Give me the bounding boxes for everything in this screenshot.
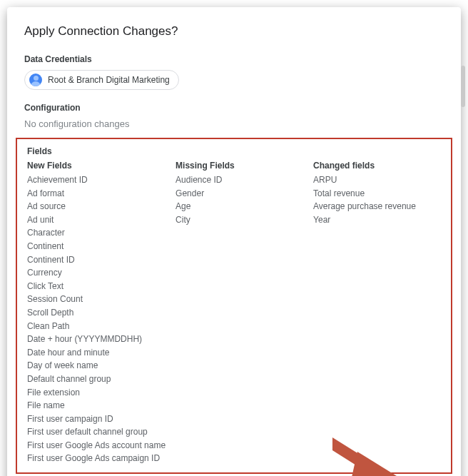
field-item: First user Google Ads account name xyxy=(27,439,166,452)
fields-highlight-box: Fields New Fields Achievement IDAd forma… xyxy=(16,138,452,474)
missing-fields-title: Missing Fields xyxy=(176,161,303,171)
field-item: City xyxy=(176,213,303,227)
configuration-label: Configuration xyxy=(24,103,444,113)
field-item: Character xyxy=(27,226,166,240)
field-item: Clean Path xyxy=(27,320,166,333)
credentials-label: Data Credentials xyxy=(24,54,444,64)
field-item: Date + hour (YYYYMMDDHH) xyxy=(27,333,166,346)
field-item: Date hour and minute xyxy=(27,346,166,360)
field-item: Continent ID xyxy=(27,253,166,267)
field-item: File name xyxy=(27,399,166,412)
field-item: Click Text xyxy=(27,280,166,293)
field-item: Audience ID xyxy=(176,173,303,187)
new-fields-title: New Fields xyxy=(27,161,166,171)
field-item: Gender xyxy=(176,187,303,201)
dialog-title: Apply Connection Changes? xyxy=(24,24,444,39)
changed-fields-title: Changed fields xyxy=(313,161,441,171)
field-item: ARPU xyxy=(313,173,441,187)
field-item: File extension xyxy=(27,386,166,400)
field-item: Age xyxy=(176,200,303,213)
field-item: Scroll Depth xyxy=(27,306,166,320)
field-item: Continent xyxy=(27,240,166,253)
fields-label: Fields xyxy=(27,146,441,156)
credential-chip[interactable]: Root & Branch Digital Marketing xyxy=(24,70,179,90)
field-item: Achievement ID xyxy=(27,173,166,187)
missing-fields-column: Missing Fields Audience IDGenderAgeCity xyxy=(176,161,303,465)
field-item: Ad format xyxy=(27,187,166,201)
field-item: Ad unit xyxy=(27,213,166,227)
scrollbar[interactable] xyxy=(461,66,465,107)
field-item: Average purchase revenue xyxy=(313,200,441,213)
field-item: Session Count xyxy=(27,293,166,306)
credential-chip-text: Root & Branch Digital Marketing xyxy=(48,75,170,85)
field-item: Year xyxy=(313,213,441,227)
field-item: First user campaign ID xyxy=(27,412,166,426)
field-item: Total revenue xyxy=(313,187,441,201)
field-item: First user default channel group xyxy=(27,425,166,439)
new-fields-column: New Fields Achievement IDAd formatAd sou… xyxy=(27,161,166,465)
changed-fields-list: ARPUTotal revenueAverage purchase revenu… xyxy=(313,173,441,226)
connection-changes-dialog: Apply Connection Changes? Data Credentia… xyxy=(7,7,461,476)
field-item: Day of week name xyxy=(27,359,166,373)
new-fields-list: Achievement IDAd formatAd sourceAd unitC… xyxy=(27,173,166,465)
missing-fields-list: Audience IDGenderAgeCity xyxy=(176,173,303,226)
field-item: Currency xyxy=(27,266,166,280)
field-item: Ad source xyxy=(27,200,166,213)
field-item: First user Google Ads campaign ID xyxy=(27,452,166,465)
configuration-text: No configuration changes xyxy=(24,118,444,129)
field-item: Default channel group xyxy=(27,373,166,386)
changed-fields-column: Changed fields ARPUTotal revenueAverage … xyxy=(313,161,441,465)
user-avatar-icon xyxy=(29,74,42,86)
